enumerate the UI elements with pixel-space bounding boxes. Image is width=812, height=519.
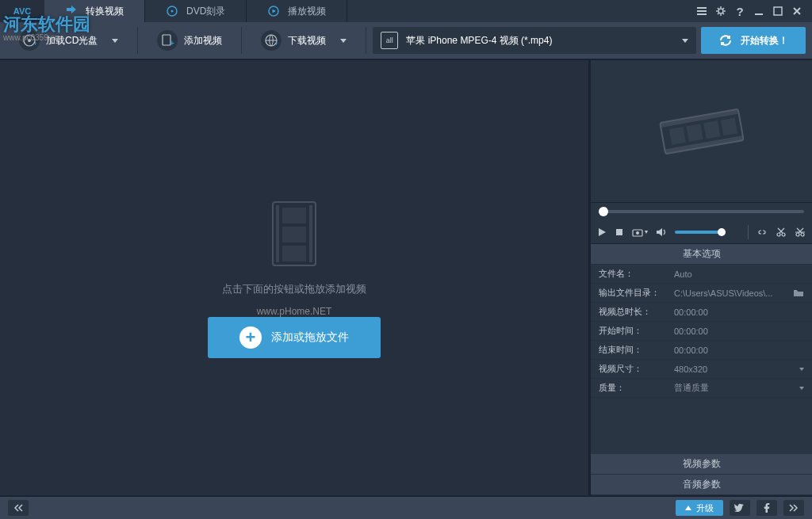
output-format-select[interactable]: all 苹果 iPhone MPEG-4 视频 (*.mp4) [373, 27, 696, 54]
cd-icon: + [19, 30, 40, 51]
svg-point-10 [28, 39, 31, 42]
filename-value[interactable]: Auto [674, 269, 804, 279]
svg-rect-17 [276, 205, 279, 262]
button-label: 加载CD光盘 [46, 34, 98, 48]
svg-point-34 [796, 233, 799, 236]
svg-point-35 [801, 233, 804, 236]
svg-rect-7 [755, 13, 763, 15]
disc-icon [166, 5, 178, 17]
preview-area [591, 60, 812, 203]
format-label: 苹果 iPhone MPEG-4 视频 (*.mp4) [406, 34, 666, 48]
no-cut-icon[interactable] [795, 227, 806, 238]
playback-controls: ▾ [591, 220, 812, 244]
audio-params-header[interactable]: 音频参数 [591, 475, 812, 495]
cut-icon[interactable] [776, 227, 787, 238]
browse-folder-icon[interactable] [793, 288, 804, 299]
svg-point-1 [171, 10, 174, 13]
svg-rect-3 [697, 7, 707, 9]
maximize-button[interactable] [769, 2, 787, 20]
link-icon[interactable] [756, 227, 768, 237]
footer: 升级 [0, 495, 812, 519]
up-arrow-icon [685, 506, 691, 510]
refresh-icon [718, 33, 733, 48]
svg-rect-4 [697, 10, 707, 12]
chevron-down-icon [112, 39, 118, 43]
collapse-left-button[interactable] [8, 500, 29, 516]
prop-output-dir: 输出文件目录： C:\Users\ASUS\Videos\... [591, 284, 812, 303]
svg-rect-27 [703, 120, 720, 139]
toolbar: 河东软件园 www.pc0359.cn + 加载CD光盘 + 添加视频 + 下载… [0, 22, 812, 60]
button-label: 添加视频 [184, 34, 222, 48]
add-file-icon: + [157, 30, 178, 51]
main-content: www.pHome.NET 点击下面的按钮或拖放添加视频 + 添加或拖放文件 ▾ [0, 60, 812, 495]
tab-convert-video[interactable]: 转换视频 [44, 0, 145, 22]
menu-icon[interactable] [693, 2, 710, 20]
start-convert-button[interactable]: 开始转换！ [701, 27, 806, 54]
load-cd-button[interactable]: + 加载CD光盘 [6, 27, 131, 54]
minimize-button[interactable] [750, 2, 768, 20]
svg-rect-8 [774, 7, 782, 15]
chevron-down-icon [799, 387, 804, 390]
help-icon[interactable]: ? [731, 2, 749, 20]
filmreel-icon [646, 92, 757, 171]
plus-circle-icon: + [239, 326, 262, 349]
svg-text:+: + [33, 40, 36, 48]
all-formats-icon: all [381, 32, 398, 49]
outdir-value[interactable]: C:\Users\ASUS\Videos\... [674, 288, 790, 298]
facebook-button[interactable] [756, 500, 777, 516]
snapshot-button[interactable]: ▾ [632, 227, 648, 237]
add-video-button[interactable]: + 添加视频 [144, 27, 235, 54]
chevron-down-icon [682, 39, 688, 43]
play-button[interactable] [597, 227, 607, 237]
button-label: 下载视频 [288, 34, 326, 48]
tab-dvd-burn[interactable]: DVD刻录 [145, 0, 247, 22]
basic-options-header[interactable]: 基本选项 [591, 244, 812, 265]
settings-icon[interactable] [712, 2, 730, 20]
close-button[interactable] [788, 2, 806, 20]
convert-icon [65, 5, 78, 17]
prop-quality[interactable]: 质量： 普通质量 [591, 379, 812, 398]
download-video-button[interactable]: + 下载视频 [248, 27, 359, 54]
svg-rect-18 [309, 205, 312, 262]
prop-filename: 文件名： Auto [591, 265, 812, 284]
tab-play-video[interactable]: 播放视频 [247, 0, 347, 22]
prop-video-size[interactable]: 视频尺寸： 480x320 [591, 360, 812, 379]
svg-rect-25 [668, 126, 685, 144]
svg-rect-21 [282, 246, 306, 261]
globe-download-icon: + [261, 30, 282, 51]
prop-start-time: 开始时间： 00:00:00 [591, 322, 812, 341]
upgrade-button[interactable]: 升级 [676, 500, 723, 516]
prop-end-time: 结束时间： 00:00:00 [591, 341, 812, 360]
titlebar: AVC 转换视频 DVD刻录 播放视频 ? [0, 0, 812, 22]
prop-duration: 视频总时长： 00:00:00 [591, 303, 812, 322]
twitter-button[interactable] [730, 500, 750, 516]
play-icon [267, 5, 280, 17]
collapse-right-button[interactable] [783, 500, 804, 516]
video-params-header[interactable]: 视频参数 [591, 454, 812, 475]
add-file-button[interactable]: + 添加或拖放文件 [208, 317, 381, 358]
svg-text:+: + [170, 39, 174, 48]
seek-slider[interactable] [591, 203, 812, 220]
svg-rect-28 [720, 117, 737, 135]
svg-rect-20 [282, 227, 306, 242]
svg-text:+: + [274, 40, 278, 48]
volume-slider[interactable] [675, 231, 722, 234]
button-label: 开始转换！ [741, 34, 788, 48]
svg-rect-29 [616, 229, 622, 235]
app-logo: AVC [0, 0, 44, 22]
volume-icon[interactable] [656, 227, 667, 237]
tab-label: DVD刻录 [186, 5, 225, 18]
svg-point-32 [777, 233, 780, 236]
svg-rect-26 [686, 124, 703, 142]
svg-rect-19 [282, 208, 306, 223]
button-label: 添加或拖放文件 [271, 330, 349, 345]
film-placeholder-icon [266, 198, 322, 269]
watermark-url: www.pHome.NET [257, 306, 332, 317]
chevron-down-icon [340, 39, 347, 43]
stop-button[interactable] [615, 227, 624, 237]
svg-point-33 [782, 233, 785, 236]
svg-point-6 [718, 9, 723, 13]
end-time-value[interactable]: 00:00:00 [674, 345, 804, 355]
start-time-value[interactable]: 00:00:00 [674, 326, 804, 336]
file-list-area[interactable]: www.pHome.NET 点击下面的按钮或拖放添加视频 + 添加或拖放文件 [0, 60, 590, 495]
